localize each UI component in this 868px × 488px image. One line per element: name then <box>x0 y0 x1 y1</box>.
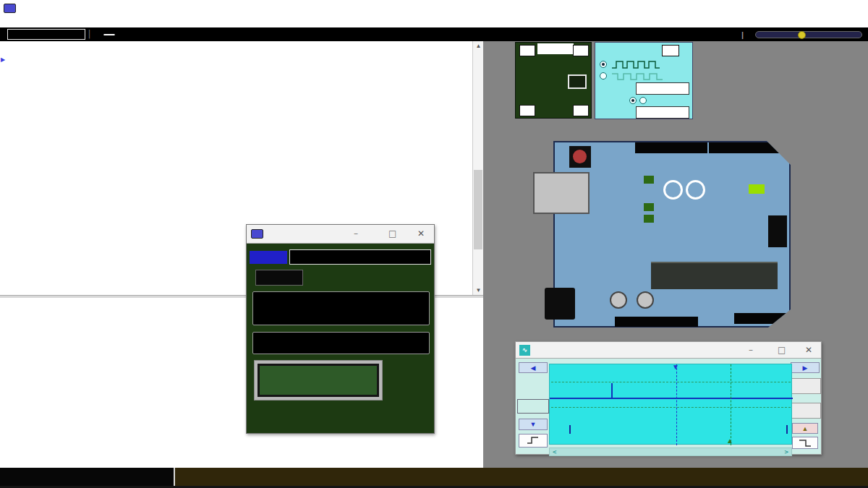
green-cursor-marker-icon[interactable]: ▲ <box>726 437 733 445</box>
period-value-field[interactable] <box>636 106 689 119</box>
usec-radio[interactable] <box>629 97 637 104</box>
lcd-pin-db-field[interactable] <box>519 45 535 56</box>
app-icon <box>4 4 16 13</box>
pin3-label[interactable] <box>517 399 549 414</box>
usb-port <box>533 172 590 214</box>
pulse-shape-low-radio[interactable] <box>600 72 607 80</box>
range-start-tick <box>569 425 571 434</box>
lcd-d4-panel-title <box>537 43 574 54</box>
lcd-d4-panel <box>515 42 592 119</box>
range-end-tick <box>786 425 788 434</box>
io-speed-slider-knob[interactable] <box>798 31 806 39</box>
lcd-display <box>254 360 383 401</box>
lcd-bezel <box>258 364 379 397</box>
power-jack <box>545 288 575 320</box>
minimize-button[interactable]: – <box>354 228 358 239</box>
execution-pointer-icon: ▶ <box>1 56 5 63</box>
menu-bar <box>0 16 868 27</box>
char-lcd-window: – □ ✕ <box>246 224 435 434</box>
status-bar <box>0 468 868 486</box>
maximize-button[interactable]: □ <box>778 345 786 355</box>
ram-free-value <box>103 34 115 35</box>
board-component <box>644 215 654 223</box>
board-component <box>644 176 654 184</box>
scrollbar-thumb[interactable] <box>474 170 482 249</box>
pin2-high-gridline <box>551 382 791 382</box>
mcu-chip <box>651 262 778 289</box>
hex-rx-value-field[interactable] <box>289 249 431 265</box>
digital-header-left <box>635 142 707 153</box>
find-input[interactable] <box>7 29 85 40</box>
falling-edge-icon <box>799 438 812 448</box>
rx-clear-button[interactable] <box>255 270 303 286</box>
toolbar: | | <box>0 27 868 41</box>
power-led <box>749 184 765 194</box>
waveforms-titlebar[interactable]: ∿ – □ ✕ <box>516 342 821 359</box>
reset-button[interactable] <box>569 146 591 168</box>
pin2-delete-button[interactable] <box>791 378 821 394</box>
blue-time-cursor[interactable] <box>676 364 677 445</box>
pin2-spike <box>611 383 613 398</box>
scroll-right-icon[interactable]: > <box>785 448 788 455</box>
pulser-pin-field[interactable] <box>662 45 679 56</box>
lcd-pin-rw-field[interactable] <box>573 105 589 116</box>
hex-rx-label <box>250 251 287 264</box>
lcd-pin-e-field[interactable] <box>519 105 535 116</box>
scroll-right-button[interactable]: ▶ <box>791 362 820 373</box>
icsp-header <box>768 215 787 247</box>
scroll-left-button[interactable]: ◀ <box>519 362 548 373</box>
recv-value <box>568 74 587 89</box>
power-plus-logo <box>686 180 705 200</box>
scroll-up-icon[interactable]: ▲ <box>473 43 484 49</box>
capacitor <box>610 291 627 309</box>
scroll-down-icon[interactable]: ▼ <box>473 287 484 294</box>
board-component <box>644 203 654 211</box>
pulse-shape-high-radio[interactable] <box>600 61 607 68</box>
lcd-screen <box>260 366 377 395</box>
power-header <box>615 317 698 327</box>
rising-edge-icon <box>527 435 540 445</box>
maximize-button[interactable]: □ <box>388 228 396 239</box>
waveforms-window-icon: ∿ <box>519 345 530 356</box>
arduino-board <box>553 141 791 328</box>
lcd-pin-rs-field[interactable] <box>573 45 589 56</box>
blue-cursor-marker-icon[interactable]: ▼ <box>672 364 679 371</box>
code-scrollbar[interactable]: ▲ ▼ <box>472 41 483 295</box>
rising-edge-button[interactable] <box>519 434 548 448</box>
pin2-waveform <box>550 398 793 399</box>
capacitor <box>637 291 654 309</box>
close-button[interactable]: ✕ <box>805 345 812 355</box>
title-bar <box>0 0 868 16</box>
analog-header <box>734 313 786 324</box>
waveform-plot: ▼ ▲ <box>549 364 792 445</box>
lcd-charset-radio-group <box>252 332 430 354</box>
cursor-marker-button[interactable]: ▲ <box>792 423 818 434</box>
scroll-left-icon[interactable]: < <box>553 448 556 455</box>
separator: | <box>88 27 91 41</box>
msec-radio[interactable] <box>639 97 647 104</box>
close-button[interactable]: ✕ <box>417 228 425 239</box>
char-lcd-window-icon <box>251 229 263 239</box>
pulse-shape-high-icon <box>611 59 665 69</box>
separator: | <box>741 30 744 39</box>
pin3-waveform <box>552 406 791 427</box>
power-minus-logo <box>663 180 683 200</box>
digital-header-right <box>709 142 787 153</box>
pulse-shape-low-icon <box>611 72 665 82</box>
falling-edge-button[interactable] <box>792 437 818 449</box>
digital-waveforms-window: ∿ – □ ✕ ◀ ▼ ▶ ▲ ▼ ▲ <box>515 341 822 455</box>
minimize-button[interactable]: – <box>749 345 753 355</box>
flyover-hint-box <box>0 468 175 486</box>
waveform-scrollbar[interactable]: < > <box>549 448 792 456</box>
trigger-marker-button[interactable]: ▼ <box>519 419 548 430</box>
pulser-panel <box>595 42 693 119</box>
reset-button-cap <box>573 150 587 163</box>
pin3-delete-button[interactable] <box>791 403 821 419</box>
lcd-size-radio-group <box>252 291 430 325</box>
io-speed-slider[interactable] <box>755 31 862 38</box>
green-time-cursor[interactable] <box>731 364 731 445</box>
pulse-value-field[interactable] <box>636 82 689 95</box>
char-lcd-titlebar[interactable]: – □ ✕ <box>247 225 434 244</box>
